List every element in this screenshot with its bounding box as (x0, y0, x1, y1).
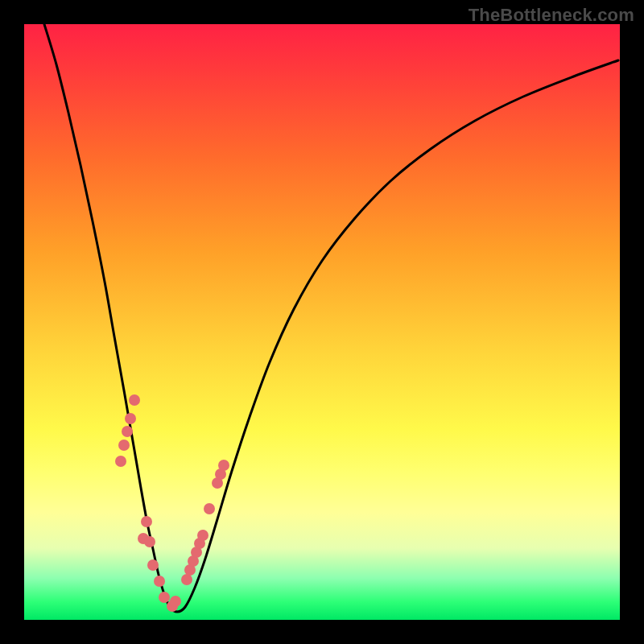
data-marker (218, 460, 229, 471)
plot-area (24, 24, 620, 620)
bottleneck-curve (44, 24, 618, 612)
data-marker (181, 574, 192, 585)
data-markers (115, 394, 229, 612)
data-marker (122, 426, 133, 437)
chart-frame: TheBottleneck.com (0, 0, 644, 644)
data-marker (141, 516, 152, 527)
data-marker (144, 536, 155, 547)
data-marker (197, 530, 208, 541)
data-marker (159, 592, 170, 603)
data-marker (147, 559, 159, 571)
curve-layer (24, 24, 620, 620)
data-marker (125, 413, 136, 424)
data-marker (204, 503, 215, 514)
data-marker (129, 394, 140, 406)
data-marker (154, 576, 165, 587)
data-marker (115, 456, 126, 467)
watermark-text: TheBottleneck.com (469, 5, 634, 26)
data-marker (118, 440, 130, 451)
data-marker (170, 596, 181, 607)
